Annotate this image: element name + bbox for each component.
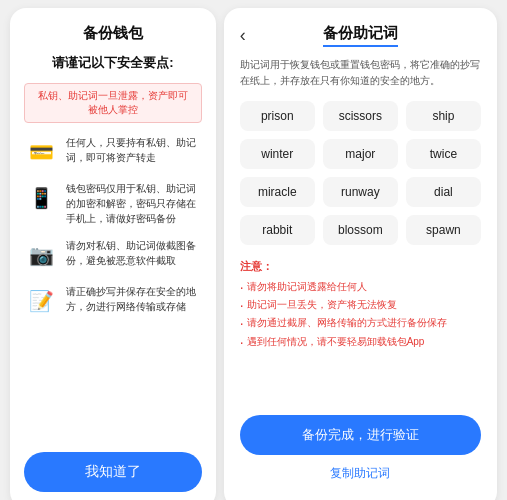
word-cell-3: ship: [406, 101, 481, 131]
warning-badge: 私钥、助记词一旦泄露，资产即可被他人掌控: [24, 83, 202, 123]
security-item-1: 💳 任何人，只要持有私钥、助记词，即可将资产转走: [24, 135, 202, 169]
word-cell-7: miracle: [240, 177, 315, 207]
word-cell-9: dial: [406, 177, 481, 207]
left-header: 备份钱包: [24, 8, 202, 53]
word-grid: prisonscissorsshipwintermajortwicemiracl…: [240, 101, 481, 245]
camera-icon: 📷: [24, 238, 58, 272]
security-text-1: 任何人，只要持有私钥、助记词，即可将资产转走: [66, 135, 202, 165]
copy-mnemonic-button[interactable]: 复制助记词: [330, 465, 390, 482]
notes-title: 注意：: [240, 259, 481, 274]
wallet-icon: 💳: [24, 135, 58, 169]
phone-icon: 📱: [24, 181, 58, 215]
left-title: 备份钱包: [83, 24, 143, 43]
left-subtitle: 请谨记以下安全要点:: [52, 53, 173, 73]
note-item-3: 请勿通过截屏、网络传输的方式进行备份保存: [240, 314, 481, 332]
word-cell-5: major: [323, 139, 398, 169]
notes-section: 注意： 请勿将助记词透露给任何人助记词一旦丢失，资产将无法恢复请勿通过截屏、网络…: [240, 259, 481, 351]
right-confirm-button[interactable]: 备份完成，进行验证: [240, 415, 481, 455]
word-cell-6: twice: [406, 139, 481, 169]
right-title: 备份助记词: [323, 24, 398, 47]
security-item-2: 📱 钱包密码仅用于私钥、助记词的加密和解密，密码只存储在手机上，请做好密码备份: [24, 181, 202, 226]
word-cell-10: rabbit: [240, 215, 315, 245]
word-cell-12: spawn: [406, 215, 481, 245]
security-text-4: 请正确抄写并保存在安全的地方，勿进行网络传输或存储: [66, 284, 202, 314]
security-text-2: 钱包密码仅用于私钥、助记词的加密和解密，密码只存储在手机上，请做好密码备份: [66, 181, 202, 226]
word-cell-4: winter: [240, 139, 315, 169]
word-cell-11: blossom: [323, 215, 398, 245]
left-confirm-button[interactable]: 我知道了: [24, 452, 202, 492]
security-text-3: 请勿对私钥、助记词做截图备份，避免被恶意软件截取: [66, 238, 202, 268]
note-item-4: 遇到任何情况，请不要轻易卸载钱包App: [240, 333, 481, 351]
word-cell-2: scissors: [323, 101, 398, 131]
note-icon: 📝: [24, 284, 58, 318]
note-item-1: 请勿将助记词透露给任何人: [240, 278, 481, 296]
right-panel: ‹ 备份助记词 助记词用于恢复钱包或重置钱包密码，将它准确的抄写在纸上，并存放在…: [224, 8, 497, 500]
note-item-2: 助记词一旦丢失，资产将无法恢复: [240, 296, 481, 314]
word-cell-8: runway: [323, 177, 398, 207]
word-cell-1: prison: [240, 101, 315, 131]
back-button[interactable]: ‹: [240, 25, 246, 46]
left-panel: 备份钱包 请谨记以下安全要点: 私钥、助记词一旦泄露，资产即可被他人掌控 💳 任…: [10, 8, 216, 500]
security-item-4: 📝 请正确抄写并保存在安全的地方，勿进行网络传输或存储: [24, 284, 202, 318]
right-header: ‹ 备份助记词: [240, 8, 481, 57]
security-item-3: 📷 请勿对私钥、助记词做截图备份，避免被恶意软件截取: [24, 238, 202, 272]
right-desc: 助记词用于恢复钱包或重置钱包密码，将它准确的抄写在纸上，并存放在只有你知道的安全…: [240, 57, 481, 89]
bottom-area: 备份完成，进行验证 复制助记词: [240, 415, 481, 500]
